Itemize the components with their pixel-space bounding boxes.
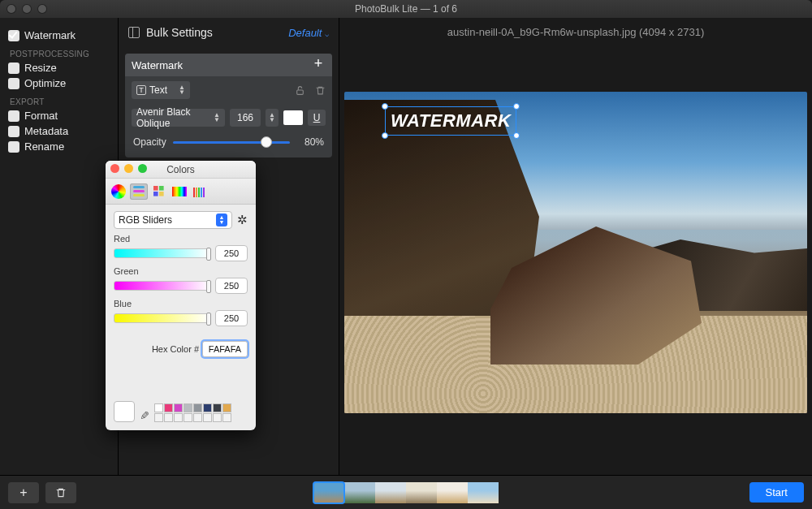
palette-swatch-empty[interactable] — [213, 413, 222, 422]
slider-knob[interactable] — [206, 280, 211, 293]
color-swatch-button[interactable] — [283, 110, 303, 125]
blue-value-field[interactable]: 250 — [215, 310, 248, 326]
sidebar-item-optimize[interactable]: Optimize — [8, 77, 110, 89]
sidebar-item-watermark[interactable]: Watermark — [8, 29, 110, 41]
titlebar: PhotoBulk Lite — 1 of 6 — [0, 0, 812, 18]
font-size-stepper[interactable]: ▲▼ — [266, 109, 279, 127]
palette-swatch[interactable] — [213, 403, 222, 412]
palette-swatch-empty[interactable] — [154, 413, 163, 422]
checkbox-rename[interactable] — [8, 141, 19, 153]
slider-handle[interactable] — [261, 136, 272, 148]
swatch-palette — [154, 403, 231, 422]
opacity-slider[interactable] — [173, 141, 290, 144]
pencils-tab[interactable] — [191, 183, 209, 200]
checkbox-format[interactable] — [8, 110, 19, 122]
colors-window-title: Colors — [166, 164, 195, 175]
zoom-dot[interactable] — [37, 4, 47, 14]
minimize-dot[interactable] — [22, 4, 32, 14]
close-dot[interactable] — [110, 164, 119, 173]
watermark-type-value: Text — [149, 84, 167, 96]
resize-handle-tl[interactable] — [382, 103, 388, 110]
resize-handle-tr[interactable] — [513, 103, 520, 110]
palette-swatch[interactable] — [164, 403, 173, 412]
watermark-type-select[interactable]: T Text ▲▼ — [132, 81, 190, 99]
current-color-swatch[interactable] — [114, 401, 135, 422]
green-value-field[interactable]: 250 — [215, 278, 248, 294]
sidebar-label: Rename — [24, 140, 64, 153]
palette-swatch[interactable] — [154, 403, 163, 412]
resize-handle-br[interactable] — [513, 132, 520, 139]
remove-image-button[interactable] — [45, 482, 76, 503]
sidebar-item-rename[interactable]: Rename — [8, 140, 110, 153]
colors-window[interactable]: Colors RGB Sliders ▲▼ ✲ Red 250 — [106, 161, 256, 430]
red-value-field[interactable]: 250 — [215, 245, 248, 261]
palette-swatch-empty[interactable] — [222, 413, 231, 422]
palette-swatch[interactable] — [193, 403, 202, 412]
hex-label: Hex Color # — [152, 344, 199, 354]
palette-swatch[interactable] — [174, 403, 183, 412]
layout-icon[interactable] — [128, 27, 140, 38]
checkbox-resize[interactable] — [8, 63, 19, 74]
palette-swatch-empty[interactable] — [203, 413, 212, 422]
palette-swatch[interactable] — [184, 403, 192, 412]
minimize-dot[interactable] — [124, 164, 133, 173]
palette-swatch-empty[interactable] — [174, 413, 183, 422]
blue-slider[interactable] — [114, 313, 210, 323]
chevron-down-icon: ⌵ — [325, 30, 329, 38]
sidebar-item-resize[interactable]: Resize — [8, 62, 110, 74]
underline-button[interactable]: U — [308, 110, 326, 126]
thumbnail[interactable] — [437, 482, 468, 503]
color-sliders-tab[interactable] — [130, 183, 148, 200]
green-slider[interactable] — [114, 281, 210, 291]
font-select[interactable]: Avenir Black Oblique ▲▼ — [132, 109, 225, 127]
thumbnail[interactable] — [313, 482, 344, 503]
palette-swatch[interactable] — [203, 403, 212, 412]
font-size-field[interactable]: 166 — [230, 109, 261, 127]
palette-swatch-empty[interactable] — [193, 413, 202, 422]
preset-dropdown[interactable]: Default ⌵ — [288, 27, 329, 39]
thumbnail[interactable] — [468, 482, 499, 503]
sidebar-group-export: EXPORT — [10, 97, 110, 106]
eyedropper-icon[interactable]: ✎ — [140, 409, 149, 422]
svg-rect-2 — [159, 186, 164, 191]
image-preview[interactable]: WATERMARK — [344, 92, 807, 413]
svg-rect-0 — [297, 89, 304, 93]
checkbox-watermark[interactable] — [8, 30, 19, 41]
start-button[interactable]: Start — [749, 482, 804, 503]
opacity-value: 80% — [296, 136, 324, 148]
watermark-bounding-box[interactable]: WATERMARK — [385, 106, 516, 136]
thumbnail[interactable] — [406, 482, 437, 503]
color-wheel-tab[interactable] — [110, 183, 127, 200]
thumbnail[interactable] — [375, 482, 406, 503]
unlock-icon[interactable] — [295, 85, 305, 96]
zoom-dot[interactable] — [138, 164, 147, 173]
palette-swatch[interactable] — [222, 403, 231, 412]
slider-knob[interactable] — [206, 248, 211, 261]
sidebar-item-format[interactable]: Format — [8, 110, 110, 122]
gear-icon[interactable]: ✲ — [237, 213, 248, 227]
red-slider[interactable] — [114, 248, 210, 258]
preview-panel: austin-neill-0A_b9G-Rm6w-unsplash.jpg (4… — [339, 18, 812, 475]
text-icon: T — [136, 85, 146, 95]
svg-rect-3 — [153, 192, 158, 196]
slider-mode-select[interactable]: RGB Sliders ▲▼ — [114, 211, 232, 229]
palette-swatch-empty[interactable] — [164, 413, 173, 422]
color-palettes-tab[interactable] — [150, 183, 168, 200]
add-images-button[interactable]: + — [8, 482, 39, 503]
close-dot[interactable] — [6, 4, 16, 14]
pencils-icon — [193, 186, 206, 197]
resize-handle-bl[interactable] — [382, 132, 388, 139]
image-palettes-tab[interactable] — [171, 183, 188, 200]
sidebar: Watermark POSTPROCESSING Resize Optimize… — [0, 18, 118, 475]
checkbox-metadata[interactable] — [8, 126, 19, 137]
sidebar-item-metadata[interactable]: Metadata — [8, 125, 110, 137]
add-watermark-button[interactable]: + — [311, 58, 326, 72]
hex-row: Hex Color # FAFAFA — [114, 341, 248, 357]
red-row: Red 250 — [114, 234, 248, 261]
slider-knob[interactable] — [206, 313, 211, 326]
checkbox-optimize[interactable] — [8, 78, 19, 89]
hex-field[interactable]: FAFAFA — [202, 341, 248, 357]
palette-swatch-empty[interactable] — [184, 413, 192, 422]
trash-icon[interactable] — [315, 85, 326, 96]
thumbnail[interactable] — [344, 482, 375, 503]
